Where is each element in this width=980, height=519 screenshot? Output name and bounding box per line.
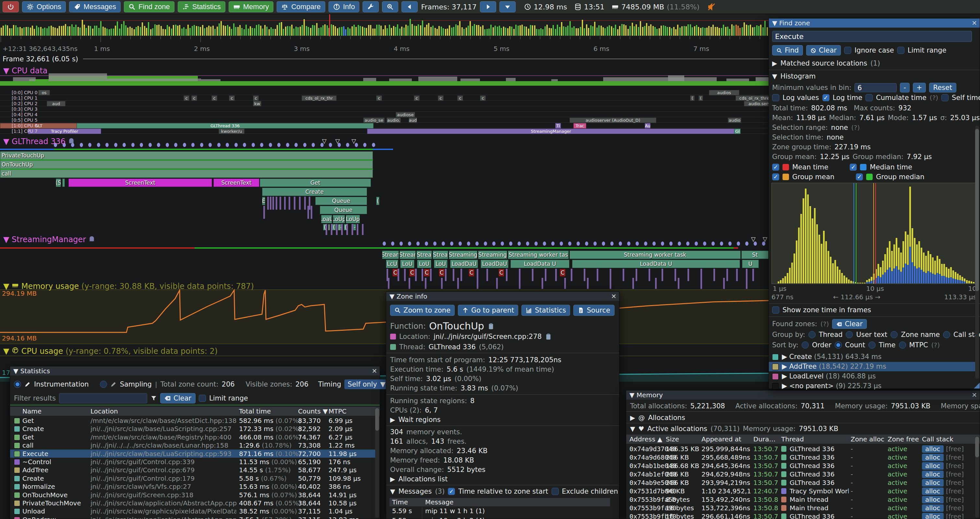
memory-table-row[interactable]: 0x7553b9fa9016 bytes153,722,396ns13:50.8…	[626, 504, 975, 513]
timeline-zone[interactable]: LoadDaU	[450, 260, 478, 268]
timeline-zone[interactable]: C	[498, 269, 504, 276]
found-zone-group-row[interactable]: ▶ Create (54,131) 643.34 ms	[769, 352, 975, 362]
column-header-counts[interactable]: Counts ▼	[298, 407, 328, 415]
cpu-zone-fragment[interactable]: aud	[409, 118, 417, 123]
sample-dot[interactable]	[286, 143, 289, 147]
sample-dot[interactable]	[450, 241, 453, 246]
sample-dot[interactable]	[337, 143, 341, 147]
sample-dot[interactable]	[602, 241, 605, 246]
message-row[interactable]: 5.59 smip 10 w 2 h 2 (4)	[390, 516, 610, 519]
table-row[interactable]: Createjni/../jni/src/guif/Control.cpp:17…	[10, 474, 375, 482]
sample-dot[interactable]	[535, 241, 538, 246]
sample-dot[interactable]	[217, 143, 221, 147]
cpu-zone-fragment[interactable]: Trac	[573, 123, 586, 129]
timeline-zone[interactable]	[62, 179, 65, 187]
timeline-zone[interactable]: Streaming worker tas	[508, 251, 569, 259]
memory-scrollbar-thumb[interactable]	[975, 436, 979, 457]
cumulate-checkbox[interactable]	[865, 94, 873, 101]
limit-range-checkbox[interactable]	[897, 47, 904, 54]
sample-dot[interactable]	[476, 241, 479, 246]
show-frames-checkbox[interactable]	[772, 307, 779, 313]
timeline-zone[interactable]: C	[439, 269, 445, 276]
cpu-zone-fragment[interactable]: c	[183, 96, 189, 101]
sample-dot[interactable]	[517, 241, 521, 246]
alloc-callstack-button[interactable]: alloc	[922, 446, 944, 453]
sample-dot[interactable]	[312, 143, 315, 147]
sample-dot[interactable]	[260, 143, 263, 147]
sort-radio-time[interactable]	[869, 342, 876, 348]
legend-checkbox[interactable]: ✓	[850, 164, 857, 171]
timeline-zone[interactable]: Streaming	[478, 251, 507, 259]
cpu-zone-fragment[interactable]: kworker/u	[219, 129, 245, 134]
sample-dot[interactable]	[372, 143, 375, 147]
sample-dot[interactable]	[303, 143, 307, 147]
timeline-zone[interactable]: C	[560, 269, 566, 276]
sample-dot[interactable]	[610, 241, 614, 246]
sample-dot[interactable]	[433, 241, 436, 246]
table-row[interactable]: AddTreejni/../jni/src/guif/Control.cpp:6…	[10, 466, 375, 474]
timeline-zone[interactable]: Strear	[399, 251, 416, 259]
cpu-zone-fragment[interactable]: audios	[709, 90, 740, 96]
group-radio-thread[interactable]	[808, 331, 816, 338]
timeline-zone[interactable]: (S	[56, 179, 61, 187]
min-bin-input[interactable]: 6	[854, 83, 897, 92]
timeline-zone[interactable]: LoUp	[346, 215, 360, 223]
column-header-thread[interactable]: Thread	[781, 435, 804, 443]
column-header-address[interactable]: Address ▲	[630, 435, 662, 443]
sample-dot[interactable]	[346, 143, 349, 147]
close-icon[interactable]: ✕	[972, 390, 977, 399]
timeline-zone[interactable]: Streaming	[449, 251, 477, 259]
cpu-zone-fragment[interactable]: os	[38, 90, 50, 96]
cpu-zone-fragment[interactable]: c	[212, 96, 217, 101]
limit-range-checkbox[interactable]	[199, 395, 206, 402]
table-row[interactable]: Normalizejni/../jni/src/claw/vfs/Vfs.cpp…	[10, 482, 375, 490]
message-row[interactable]: 5.59 smip 11 w 1 h 1 (1)	[390, 507, 610, 516]
alloc-callstack-button[interactable]: alloc	[922, 462, 944, 469]
expand-icon[interactable]: ▶	[390, 475, 395, 483]
sample-dot[interactable]	[417, 241, 420, 246]
sample-dot[interactable]	[391, 241, 395, 246]
mute-icon[interactable]	[707, 3, 716, 11]
timeline-zone[interactable]: LoU	[400, 260, 414, 268]
sort-radio-order[interactable]	[802, 342, 809, 348]
cpu-zone-fragment[interactable]: c	[457, 96, 463, 101]
sample-dot[interactable]	[329, 143, 332, 147]
wait-regions-label[interactable]: Wait regions	[398, 416, 441, 423]
find-zone-button[interactable]: Find zone	[124, 1, 175, 12]
clear-filter-button[interactable]: Clear	[160, 393, 196, 404]
timeline-zone[interactable]: C	[409, 269, 415, 276]
table-row[interactable]: PrivateTouchMovejni/../jni/src/claw/appl…	[10, 499, 375, 507]
sample-dot[interactable]	[88, 143, 91, 147]
column-header-time[interactable]: Time	[392, 498, 408, 506]
tools-button[interactable]	[363, 1, 379, 12]
sample-dot[interactable]	[593, 241, 597, 246]
alloc-callstack-button[interactable]: alloc	[922, 454, 944, 461]
cpu-zone-fragment[interactable]: (	[698, 96, 703, 101]
messages-label[interactable]: Messages	[398, 487, 432, 495]
sample-dot[interactable]	[383, 241, 386, 246]
table-row[interactable]: Get/mnt/e/claw/src/claw/base/Registry.hp…	[10, 433, 375, 441]
ignore-case-checkbox[interactable]	[844, 47, 851, 54]
table-row[interactable]: OnTouchMovejni/../jni/src/guif/Screen.cp…	[10, 491, 375, 499]
zone-info-window-titlebar[interactable]: ▼ Zone info✕	[386, 292, 619, 301]
alloc-callstack-button[interactable]: alloc	[922, 513, 944, 519]
legend-checkbox[interactable]: ✓	[856, 173, 863, 180]
timeline-zone[interactable]: |	[328, 224, 330, 230]
sample-dot[interactable]	[277, 143, 280, 147]
clear-button[interactable]: Clear	[806, 45, 841, 56]
find-zone-input[interactable]: Execute	[772, 31, 972, 42]
sample-dot[interactable]	[97, 143, 100, 147]
sample-dot[interactable]	[577, 241, 580, 246]
legend-checkbox[interactable]: ✓	[772, 164, 779, 171]
find-zone-scrollbar-thumb[interactable]	[975, 129, 979, 291]
timeline-zone[interactable]: U	[742, 260, 759, 268]
timeline-zone[interactable]: St	[741, 251, 768, 259]
cpu-zone-fragment[interactable]: c	[480, 96, 486, 101]
memory-table-row[interactable]: 0x74a9d37040186.35 KB295,999,844ns13:50.…	[626, 445, 975, 454]
cpu-zone-fragment[interactable]: c	[229, 96, 235, 101]
allocations-list-label[interactable]: Allocations list	[398, 475, 447, 483]
memory-table-row[interactable]: 0x7553b9fbf016 bytes296,661,146ns13:50.7…	[626, 513, 975, 519]
sample-dot[interactable]	[355, 143, 358, 147]
sample-dot[interactable]	[652, 241, 656, 246]
expand-icon[interactable]: ▶	[772, 59, 777, 67]
